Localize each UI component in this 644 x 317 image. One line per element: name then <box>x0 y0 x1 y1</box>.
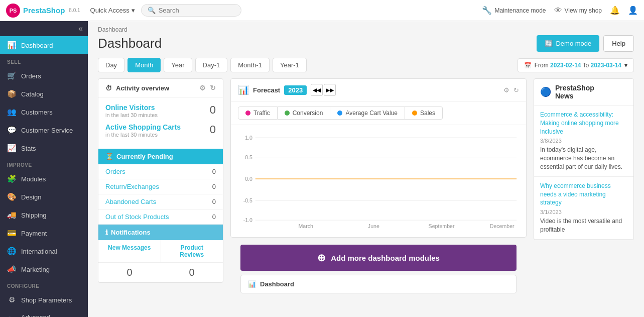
stats-icon: 📈 <box>7 144 16 153</box>
activity-overview-card: ⏱ Activity overview ⚙ ↻ Online Visitors … <box>98 78 223 283</box>
sidebar-item-modules[interactable]: 🧩 Modules <box>0 170 88 188</box>
news-link-2[interactable]: Why ecommerce business needs a video mar… <box>540 182 627 207</box>
online-visitors-stat: Online Visitors in the last 30 minutes 0 <box>105 103 216 118</box>
quick-access-button[interactable]: Quick Access ▾ <box>90 7 135 14</box>
refresh-icon[interactable]: ↻ <box>210 84 216 92</box>
forecast-next[interactable]: ▶▶ <box>324 84 336 96</box>
shipping-icon: 🚚 <box>7 210 16 220</box>
pending-header: ⏳ Currently Pending <box>98 149 223 164</box>
forecast-refresh-icon[interactable]: ↻ <box>513 86 519 94</box>
search-input[interactable] <box>159 7 229 14</box>
payment-icon: 💳 <box>7 229 16 238</box>
date-range-picker[interactable]: 📅 From 2023-02-14 To 2023-03-14 ▾ <box>518 58 634 72</box>
active-carts-stat: Active Shopping Carts in the last 30 min… <box>105 123 216 138</box>
filter-day-1[interactable]: Day-1 <box>195 58 228 72</box>
catalog-icon: 📦 <box>7 89 16 98</box>
chart-tabs: Traffic Conversion Average Cart Value <box>231 101 526 125</box>
sidebar-item-international[interactable]: 🌐 International <box>0 242 88 260</box>
tab-sales[interactable]: Sales <box>405 107 443 120</box>
add-modules-bar[interactable]: ⊕ Add more dashboard modules <box>240 245 517 271</box>
sidebar-item-shop-parameters[interactable]: ⚙ Shop Parameters <box>0 291 88 309</box>
product-reviews-col: Product Reviews <box>161 240 223 262</box>
sidebar-item-payment[interactable]: 💳 Payment <box>0 224 88 242</box>
sidebar-item-customer-service[interactable]: 💬 Customer Service <box>0 121 88 139</box>
activity-overview-header: ⏱ Activity overview ⚙ ↻ <box>98 79 223 97</box>
svg-text:0.0: 0.0 <box>245 176 252 182</box>
info-icon: ℹ <box>105 229 108 236</box>
news-header: 🔵 PrestaShop News <box>534 79 633 105</box>
forecast-settings-icon[interactable]: ⚙ <box>503 86 509 94</box>
activity-card-body: Online Visitors in the last 30 minutes 0… <box>98 97 223 149</box>
news-link-1[interactable]: Ecommerce & accessibility: Making online… <box>540 111 627 136</box>
svg-text:1.0: 1.0 <box>245 135 252 141</box>
tab-traffic[interactable]: Traffic <box>238 107 278 120</box>
filter-year[interactable]: Year <box>164 58 192 72</box>
sidebar-item-catalog[interactable]: 📦 Catalog <box>0 85 88 103</box>
eye-icon: 👁 <box>554 6 562 15</box>
main-content: Dashboard Dashboard 🔄 Demo mode Help Day… <box>88 21 644 317</box>
svg-text:March: March <box>298 223 313 229</box>
forecast-navigation: ◀◀ ▶▶ <box>311 84 336 96</box>
page-title: Dashboard <box>98 36 162 51</box>
calendar-icon: 📅 <box>524 62 532 69</box>
breadcrumb: Dashboard <box>88 21 644 35</box>
sidebar-item-design[interactable]: 🎨 Design <box>0 188 88 206</box>
sidebar-item-shipping[interactable]: 🚚 Shipping <box>0 206 88 224</box>
orders-link[interactable]: Orders <box>105 168 125 175</box>
tab-conversion[interactable]: Conversion <box>278 107 331 120</box>
pending-icon: ⏳ <box>105 153 113 160</box>
dashboard-grid: ⏱ Activity overview ⚙ ↻ Online Visitors … <box>88 78 644 297</box>
design-icon: 🎨 <box>7 192 16 201</box>
chevron-down-icon: ▾ <box>624 62 627 69</box>
filter-day[interactable]: Day <box>98 58 124 72</box>
demo-mode-button[interactable]: 🔄 Demo mode <box>537 35 599 52</box>
header-actions: 🔄 Demo mode Help <box>537 35 634 52</box>
conversion-dot <box>285 111 290 116</box>
dashboard-bottom-card: 📊 Dashboard <box>240 275 517 293</box>
help-button[interactable]: Help <box>603 35 634 52</box>
sidebar-item-customers[interactable]: 👥 Customers <box>0 103 88 121</box>
left-column: ⏱ Activity overview ⚙ ↻ Online Visitors … <box>98 78 223 297</box>
pending-returns: Return/Exchanges 0 <box>98 179 223 194</box>
filter-year-1[interactable]: Year-1 <box>273 58 307 72</box>
international-icon: 🌐 <box>7 247 16 256</box>
news-date-1: 3/8/2023 <box>540 138 627 144</box>
sidebar-collapse-button[interactable]: « <box>0 21 88 36</box>
card-header-actions: ⚙ ↻ <box>199 84 216 92</box>
new-messages-value: 0 <box>98 263 161 282</box>
logo: PS PrestaShop 8.0.1 <box>6 4 80 18</box>
notifications-header: ℹ Notifications <box>98 225 223 240</box>
sidebar-item-marketing[interactable]: 📣 Marketing <box>0 260 88 278</box>
returns-link[interactable]: Return/Exchanges <box>105 183 159 190</box>
sidebar: « 📊 Dashboard SELL 🛒 Orders 📦 Catalog 👥 … <box>0 21 88 317</box>
search-box: 🔍 <box>141 4 241 17</box>
sidebar-item-advanced-parameters[interactable]: 🔧 Advanced Parameters <box>0 309 88 317</box>
forecast-chart-svg: 1.0 0.5 0.0 -0.5 -1.0 <box>238 130 519 231</box>
filter-month[interactable]: Month <box>127 58 161 72</box>
svg-text:December: December <box>490 223 514 229</box>
stock-link[interactable]: Out of Stock Products <box>105 213 169 221</box>
sidebar-section-improve: IMPROVE <box>0 157 88 170</box>
user-account[interactable]: 👤 <box>628 6 638 15</box>
top-nav: PS PrestaShop 8.0.1 Quick Access ▾ 🔍 🔧 M… <box>0 0 644 21</box>
notifications-bell[interactable]: 🔔 <box>610 6 620 15</box>
demo-icon: 🔄 <box>545 40 553 47</box>
search-icon: 🔍 <box>148 7 156 14</box>
pending-list: Orders 0 Return/Exchanges 0 Abandoned Ca… <box>98 164 223 225</box>
tab-avg-cart[interactable]: Average Cart Value <box>330 107 405 120</box>
user-icon: 👤 <box>628 6 638 15</box>
filter-month-1[interactable]: Month-1 <box>230 58 270 72</box>
sidebar-item-dashboard[interactable]: 📊 Dashboard <box>0 36 88 54</box>
maintenance-mode[interactable]: 🔧 Maintenance mode <box>482 6 546 15</box>
shop-parameters-icon: ⚙ <box>7 295 16 304</box>
forecast-prev[interactable]: ◀◀ <box>311 84 323 96</box>
news-excerpt-2: Video is the most versatile and profitab… <box>540 217 627 234</box>
sidebar-item-stats[interactable]: 📈 Stats <box>0 139 88 157</box>
carts-link[interactable]: Abandoned Carts <box>105 198 156 205</box>
pending-orders: Orders 0 <box>98 164 223 179</box>
svg-text:-0.5: -0.5 <box>243 197 252 203</box>
sidebar-item-orders[interactable]: 🛒 Orders <box>0 67 88 85</box>
sidebar-section-sell: SELL <box>0 54 88 67</box>
view-my-shop[interactable]: 👁 View my shop <box>554 6 602 15</box>
settings-icon[interactable]: ⚙ <box>199 84 206 92</box>
